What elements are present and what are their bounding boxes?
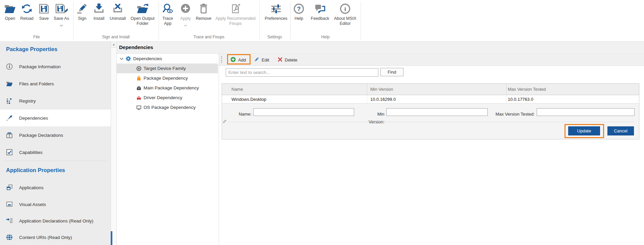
tree-node-label: Driver Dependency — [144, 95, 182, 100]
sidebar-section-divider — [3, 161, 107, 161]
feedback-icon — [309, 2, 331, 15]
help-icon: ? — [291, 2, 306, 15]
tree-node-dependencies[interactable]: Dependencies — [117, 54, 218, 64]
page-title: Dependencies — [119, 44, 153, 50]
sidebar-item-files-and-folders[interactable]: Files and Folders — [0, 75, 111, 92]
uninstall-label: Uninstall — [107, 16, 128, 21]
save-as-button[interactable]: Save As — [52, 2, 71, 28]
sidebar-item-application-declarations[interactable]: Application Declarations (Read Only) — [0, 212, 111, 229]
ribbon-group-label-trace-and-fixups: Trace and Fixups — [159, 35, 259, 41]
sidebar-scrollbar[interactable]: ▲ — [111, 42, 117, 245]
ribbon: Open Reload Save Save As Sign Install — [0, 0, 644, 42]
tree-node-os-package-dependency[interactable]: OS Package Dependency — [117, 103, 218, 112]
tree-node-label: OS Package Dependency — [144, 105, 196, 110]
add-button[interactable]: Add — [230, 54, 246, 66]
edit-button[interactable]: Edit — [254, 54, 269, 66]
open-icon — [2, 2, 18, 15]
checkbox-icon — [5, 149, 13, 156]
delete-button[interactable]: Delete — [278, 54, 298, 66]
sidebar-item-package-information[interactable]: Package Information — [0, 58, 111, 75]
sidebar-item-label: Application Declarations (Read Only) — [19, 218, 93, 223]
find-button[interactable]: Find — [380, 68, 404, 76]
tree-node-target-device-family[interactable]: Target Device Family — [117, 64, 218, 73]
folder-icon — [5, 80, 13, 87]
sidebar-item-label: Applications — [19, 185, 44, 190]
edit-label: Edit — [262, 57, 269, 63]
sign-button[interactable]: Sign — [75, 2, 90, 21]
save-button[interactable]: Save — [37, 2, 51, 21]
dependencies-icon — [5, 114, 13, 122]
install-button[interactable]: Install — [91, 2, 107, 21]
inline-edit-panel: Name: Min Version: Max Version Tested: U… — [222, 104, 639, 139]
sidebar-header-application-properties: Application Properties — [6, 167, 65, 173]
toolbox-icon — [136, 85, 142, 91]
save-icon — [37, 2, 51, 15]
apply-recommended-fixups-icon — [214, 2, 257, 15]
chevron-down-icon[interactable] — [120, 57, 123, 60]
form-divider — [228, 122, 635, 122]
remove-button[interactable]: Remove — [194, 2, 213, 21]
sidebar-item-applications[interactable]: Applications — [0, 179, 111, 196]
column-header-name[interactable]: Name — [222, 84, 367, 95]
search-input[interactable] — [226, 68, 378, 77]
car-icon — [136, 95, 142, 100]
sidebar-item-dependencies[interactable]: Dependencies — [0, 110, 111, 126]
trace-app-button[interactable]: Trace App — [160, 2, 176, 26]
max-version-tested-field-label: Max Version Tested: — [493, 110, 535, 118]
ribbon-group-label-sign-and-install: Sign and Install — [73, 35, 159, 41]
sidebar-item-visual-assets[interactable]: Visual Assets — [0, 196, 111, 213]
uninstall-icon — [107, 2, 128, 15]
sidebar: Package Properties Package Information F… — [0, 42, 111, 245]
tree-node-package-dependency[interactable]: Package Dependency — [117, 73, 218, 83]
reload-button[interactable]: Reload — [18, 2, 36, 21]
cancel-button[interactable]: Cancel — [607, 126, 634, 135]
column-header-min-version[interactable]: Min Version — [367, 84, 506, 95]
sidebar-item-registry[interactable]: Registry — [0, 92, 111, 109]
grid-header-row: Name Min Version Max Version Tested — [222, 83, 639, 95]
apply-recommended-fixups-label: Apply Recommended Fixups — [214, 16, 257, 26]
preferences-icon — [263, 2, 289, 15]
sidebar-item-content-uris[interactable]: Content URIs (Read Only) — [0, 229, 111, 245]
ribbon-group-divider — [159, 1, 159, 40]
x-icon — [278, 57, 282, 63]
ribbon-group-divider — [259, 1, 260, 40]
save-as-icon — [52, 2, 71, 15]
min-version-field[interactable] — [386, 108, 488, 116]
help-button[interactable]: ? Help — [291, 2, 306, 21]
chevron-down-icon — [52, 22, 71, 28]
table-row[interactable]: Windows.Desktop 10.0.16299.0 10.0.17763.… — [222, 95, 639, 104]
name-field[interactable] — [253, 108, 354, 116]
uninstall-button[interactable]: Uninstall — [107, 2, 128, 21]
preferences-button[interactable]: Preferences — [263, 2, 289, 21]
open-button[interactable]: Open — [2, 2, 18, 21]
feedback-button[interactable]: Feedback — [309, 2, 331, 21]
svg-text:i: i — [344, 6, 346, 12]
scroll-up-arrow-icon[interactable]: ▲ — [111, 42, 116, 48]
sidebar-item-label: Registry — [19, 98, 36, 104]
row-edit-pencil-icon — [222, 119, 226, 125]
gift-icon — [5, 131, 13, 139]
apply-button[interactable]: Apply — [177, 2, 194, 28]
sidebar-item-label: Package Declarations — [19, 133, 63, 138]
sidebar-item-package-declarations[interactable]: Package Declarations — [0, 127, 111, 144]
toolbar-grip-handle[interactable] — [221, 56, 222, 63]
info-icon — [5, 63, 13, 70]
sidebar-scrollbar-thumb[interactable] — [111, 231, 112, 245]
sidebar-item-capabilities[interactable]: Capabilities — [0, 144, 111, 161]
update-button[interactable]: Update — [568, 126, 600, 135]
save-as-label: Save As — [52, 16, 71, 21]
sidebar-item-label: Files and Folders — [19, 81, 54, 86]
about-msix-editor-button[interactable]: i About MSIX Editor — [332, 2, 358, 26]
tree-node-main-package-dependency[interactable]: Main Package Dependency — [117, 83, 218, 93]
add-label: Add — [238, 57, 246, 63]
max-version-tested-field[interactable] — [537, 108, 635, 116]
sidebar-item-label: Content URIs (Read Only) — [19, 235, 72, 240]
details-toolbar: Add Edit Delete — [219, 54, 644, 66]
open-output-folder-button[interactable]: Open Output Folder — [128, 2, 157, 26]
feedback-label: Feedback — [309, 16, 331, 21]
reload-label: Reload — [18, 16, 36, 21]
column-header-max-version-tested[interactable]: Max Version Tested — [506, 84, 639, 95]
apply-recommended-fixups-button[interactable]: Apply Recommended Fixups — [214, 2, 257, 26]
tree-node-driver-dependency[interactable]: Driver Dependency — [117, 93, 218, 103]
preferences-label: Preferences — [263, 16, 289, 21]
